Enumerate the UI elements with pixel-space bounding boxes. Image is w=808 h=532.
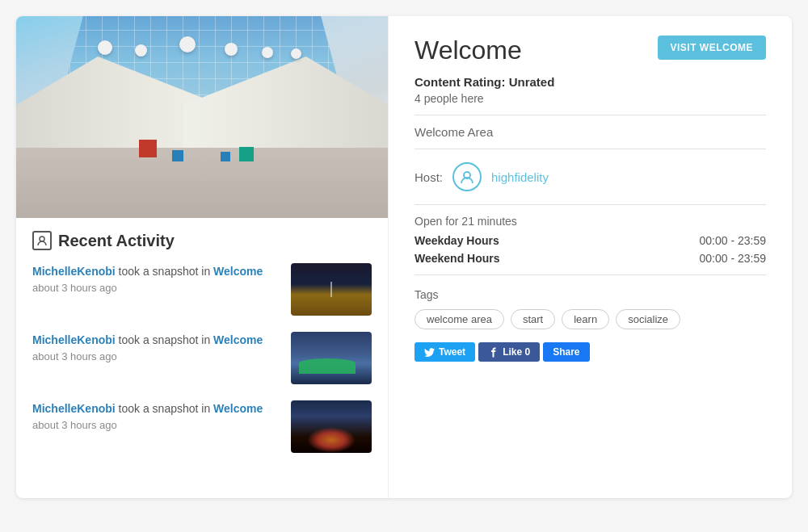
host-name[interactable]: highfidelity <box>491 170 549 184</box>
recent-activity-section: Recent Activity MichelleKenobi took a sn… <box>16 218 388 482</box>
thumb2-visual <box>291 332 372 384</box>
activity-thumb-2 <box>291 332 372 384</box>
twitter-icon <box>424 347 435 358</box>
recent-activity-title-text: Recent Activity <box>58 232 175 250</box>
svg-point-0 <box>40 237 44 241</box>
activity-item-3: MichelleKenobi took a snapshot in Welcom… <box>32 400 372 453</box>
activity-text-3: MichelleKenobi took a snapshot in Welcom… <box>32 400 281 434</box>
activity-place-3[interactable]: Welcome <box>213 402 263 415</box>
right-header: Welcome VISIT WELCOME <box>415 36 766 65</box>
thumb2-green <box>299 358 356 375</box>
box-blue1 <box>172 150 183 161</box>
activity-time-3: about 3 hours ago <box>32 417 281 434</box>
share-button[interactable]: Share <box>543 342 589 362</box>
tags-title: Tags <box>415 288 766 301</box>
divider-3 <box>415 204 766 205</box>
divider-2 <box>415 149 766 149</box>
host-row: Host: highfidelity <box>415 162 766 191</box>
tags-list: welcome area start learn socialize <box>415 309 766 329</box>
weekend-hours-row: Weekend Hours 00:00 - 23:59 <box>415 252 766 265</box>
thumb3-glow <box>307 427 356 454</box>
thumb1-visual <box>291 263 372 316</box>
host-avatar <box>452 162 482 191</box>
weekday-label: Weekday Hours <box>415 234 499 247</box>
host-label: Host: <box>415 170 443 184</box>
activity-action-3: took a snapshot in <box>116 402 213 415</box>
tag-welcome-area[interactable]: welcome area <box>415 309 504 329</box>
activity-item: MichelleKenobi took a snapshot in Welcom… <box>32 263 372 316</box>
page-container: Recent Activity MichelleKenobi took a sn… <box>16 16 792 498</box>
thumb3-visual <box>291 400 372 453</box>
activity-text-1: MichelleKenobi took a snapshot in Welcom… <box>32 263 281 296</box>
activity-thumb-1 <box>291 263 372 316</box>
tag-socialize[interactable]: socialize <box>616 309 680 329</box>
activity-text-2: MichelleKenobi took a snapshot in Welcom… <box>32 332 281 365</box>
lamp-5 <box>262 47 273 58</box>
activity-section-icon <box>32 231 52 250</box>
content-rating: Content Rating: Unrated <box>415 75 766 89</box>
area-label: Welcome Area <box>415 125 766 139</box>
facebook-icon <box>488 347 499 358</box>
lamp-4 <box>225 43 238 56</box>
like-button[interactable]: Like 0 <box>478 342 540 362</box>
venue-title: Welcome <box>415 36 522 65</box>
tag-start[interactable]: start <box>511 309 555 329</box>
box-red <box>139 140 157 157</box>
activity-user-3[interactable]: MichelleKenobi <box>32 402 116 415</box>
venue-image <box>16 16 388 218</box>
visit-welcome-button[interactable]: VISIT WELCOME <box>658 36 767 60</box>
activity-user-2[interactable]: MichelleKenobi <box>32 333 116 346</box>
weekend-label: Weekend Hours <box>415 252 500 265</box>
activity-time-2: about 3 hours ago <box>32 349 281 365</box>
social-row: Tweet Like 0 Share <box>415 342 766 362</box>
activity-place-2[interactable]: Welcome <box>213 333 263 346</box>
box-teal <box>239 147 254 161</box>
people-count: 4 people here <box>415 92 766 105</box>
recent-activity-header: Recent Activity <box>32 231 372 250</box>
tag-learn[interactable]: learn <box>562 309 609 329</box>
right-panel: Welcome VISIT WELCOME Content Rating: Un… <box>388 16 792 498</box>
weekday-hours-row: Weekday Hours 00:00 - 23:59 <box>415 234 766 247</box>
activity-thumb-3 <box>291 400 372 453</box>
share-label: Share <box>553 346 579 358</box>
activity-action-1: took a snapshot in <box>116 265 213 278</box>
weekday-hours: 00:00 - 23:59 <box>699 234 766 247</box>
activity-place-1[interactable]: Welcome <box>213 265 263 278</box>
activity-time-1: about 3 hours ago <box>32 280 281 296</box>
like-label: Like 0 <box>503 346 530 358</box>
activity-user-1[interactable]: MichelleKenobi <box>32 265 116 278</box>
tweet-label: Tweet <box>439 346 465 358</box>
box-blue2 <box>221 152 230 161</box>
tweet-button[interactable]: Tweet <box>415 342 475 362</box>
open-time: Open for 21 minutes <box>415 215 766 228</box>
activity-item-2: MichelleKenobi took a snapshot in Welcom… <box>32 332 372 384</box>
divider-1 <box>415 115 766 115</box>
activity-action-2: took a snapshot in <box>116 333 213 346</box>
left-panel: Recent Activity MichelleKenobi took a sn… <box>16 16 388 498</box>
tags-section: Tags welcome area start learn socialize <box>415 288 766 329</box>
divider-4 <box>415 274 766 275</box>
weekend-hours: 00:00 - 23:59 <box>699 252 766 265</box>
floor <box>16 148 388 219</box>
